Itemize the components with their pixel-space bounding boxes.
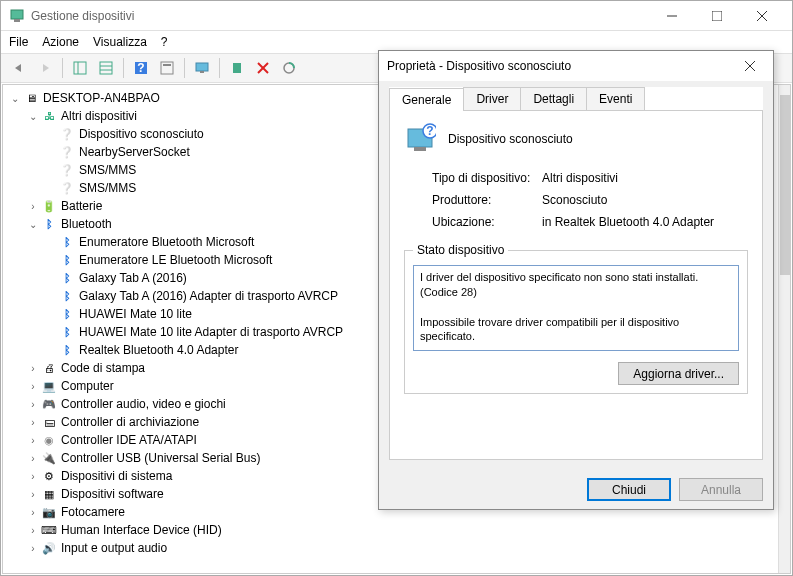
device-status-text[interactable] xyxy=(413,265,739,351)
location-value: in Realtek Bluetooth 4.0 Adapter xyxy=(542,215,748,229)
expand-icon[interactable]: › xyxy=(27,200,39,212)
back-button[interactable] xyxy=(7,56,31,80)
software-icon xyxy=(41,486,57,502)
bluetooth-icon xyxy=(41,216,57,232)
status-legend: Stato dispositivo xyxy=(413,243,508,257)
category-label: Altri dispositivi xyxy=(61,109,137,123)
tab-eventi[interactable]: Eventi xyxy=(586,87,645,110)
expand-icon[interactable]: › xyxy=(27,434,39,446)
bluetooth-icon xyxy=(59,306,75,322)
unknown-device-icon xyxy=(59,126,75,142)
print-queue-icon xyxy=(41,360,57,376)
battery-icon xyxy=(41,198,57,214)
unknown-device-icon xyxy=(59,180,75,196)
expand-icon[interactable]: › xyxy=(27,488,39,500)
menu-file[interactable]: File xyxy=(9,35,28,49)
collapse-icon[interactable]: ⌄ xyxy=(27,110,39,122)
svg-rect-13 xyxy=(161,62,173,74)
ide-icon xyxy=(41,432,57,448)
minimize-button[interactable] xyxy=(649,1,694,31)
usb-icon xyxy=(41,450,57,466)
tab-panel-generale: ? Dispositivo sconosciuto Tipo di dispos… xyxy=(389,111,763,460)
expand-icon[interactable]: › xyxy=(27,380,39,392)
computer-icon xyxy=(41,378,57,394)
vendor-value: Sconosciuto xyxy=(542,193,748,207)
svg-text:?: ? xyxy=(137,61,144,75)
close-dialog-button[interactable]: Chiudi xyxy=(587,478,671,501)
tab-driver[interactable]: Driver xyxy=(463,87,521,110)
maximize-button[interactable] xyxy=(694,1,739,31)
bluetooth-icon xyxy=(59,270,75,286)
collapse-icon[interactable]: ⌄ xyxy=(27,218,39,230)
device-icon: ? xyxy=(404,123,436,155)
audio-icon xyxy=(41,396,57,412)
svg-rect-1 xyxy=(14,19,20,22)
close-button[interactable] xyxy=(739,1,784,31)
window-title: Gestione dispositivi xyxy=(31,9,649,23)
type-label: Tipo di dispositivo: xyxy=(432,171,542,185)
expand-icon[interactable]: › xyxy=(27,416,39,428)
forward-button[interactable] xyxy=(33,56,57,80)
dialog-title: Proprietà - Dispositivo sconosciuto xyxy=(387,59,735,73)
menu-visualizza[interactable]: Visualizza xyxy=(93,35,147,49)
view-button[interactable] xyxy=(68,56,92,80)
unknown-device-icon xyxy=(59,162,75,178)
expand-icon[interactable]: › xyxy=(27,362,39,374)
device-name: Dispositivo sconosciuto xyxy=(448,132,573,146)
uninstall-button[interactable] xyxy=(251,56,275,80)
category-item[interactable]: ›Human Interface Device (HID) xyxy=(27,521,778,539)
unknown-device-icon xyxy=(59,144,75,160)
list-button[interactable] xyxy=(94,56,118,80)
svg-rect-24 xyxy=(414,147,426,151)
tab-dettagli[interactable]: Dettagli xyxy=(520,87,587,110)
tab-generale[interactable]: Generale xyxy=(389,88,464,111)
svg-rect-17 xyxy=(233,63,241,73)
cancel-dialog-button[interactable]: Annulla xyxy=(679,478,763,501)
vertical-scrollbar[interactable] xyxy=(778,85,790,573)
computer-icon xyxy=(23,90,39,106)
scan-button[interactable] xyxy=(277,56,301,80)
expand-icon[interactable]: › xyxy=(27,470,39,482)
monitor-button[interactable] xyxy=(190,56,214,80)
properties-dialog: Proprietà - Dispositivo sconosciuto Gene… xyxy=(378,50,774,510)
menu-azione[interactable]: Azione xyxy=(42,35,79,49)
camera-icon xyxy=(41,504,57,520)
expand-icon[interactable]: › xyxy=(27,398,39,410)
vendor-label: Produttore: xyxy=(432,193,542,207)
expand-icon[interactable]: › xyxy=(27,524,39,536)
titlebar: Gestione dispositivi xyxy=(1,1,792,31)
dialog-footer: Chiudi Annulla xyxy=(379,470,773,509)
other-devices-icon xyxy=(41,108,57,124)
storage-icon xyxy=(41,414,57,430)
svg-text:?: ? xyxy=(426,124,433,138)
sound-icon xyxy=(41,540,57,556)
help-button[interactable]: ? xyxy=(129,56,153,80)
type-value: Altri dispositivi xyxy=(542,171,748,185)
location-label: Ubicazione: xyxy=(432,215,542,229)
device-status-group: Stato dispositivo Aggiorna driver... xyxy=(404,243,748,394)
tab-strip: Generale Driver Dettagli Eventi xyxy=(389,87,763,111)
svg-rect-14 xyxy=(163,64,171,66)
svg-rect-6 xyxy=(74,62,86,74)
dialog-close-button[interactable] xyxy=(735,52,765,80)
svg-rect-15 xyxy=(196,63,208,71)
expand-icon[interactable]: › xyxy=(27,452,39,464)
menu-help[interactable]: ? xyxy=(161,35,168,49)
update-driver-button[interactable]: Aggiorna driver... xyxy=(618,362,739,385)
expand-icon[interactable]: › xyxy=(27,542,39,554)
collapse-icon[interactable]: ⌄ xyxy=(9,92,21,104)
expand-icon[interactable]: › xyxy=(27,506,39,518)
svg-rect-16 xyxy=(200,71,204,73)
props-button[interactable] xyxy=(155,56,179,80)
bluetooth-icon xyxy=(59,324,75,340)
category-item[interactable]: ›Input e output audio xyxy=(27,539,778,557)
scrollbar-thumb[interactable] xyxy=(780,95,790,275)
bluetooth-icon xyxy=(59,234,75,250)
root-label: DESKTOP-AN4BPAO xyxy=(43,91,160,105)
svg-rect-0 xyxy=(11,10,23,19)
dialog-titlebar: Proprietà - Dispositivo sconosciuto xyxy=(379,51,773,81)
enable-button[interactable] xyxy=(225,56,249,80)
system-icon xyxy=(41,468,57,484)
app-icon xyxy=(9,8,25,24)
svg-rect-8 xyxy=(100,62,112,74)
